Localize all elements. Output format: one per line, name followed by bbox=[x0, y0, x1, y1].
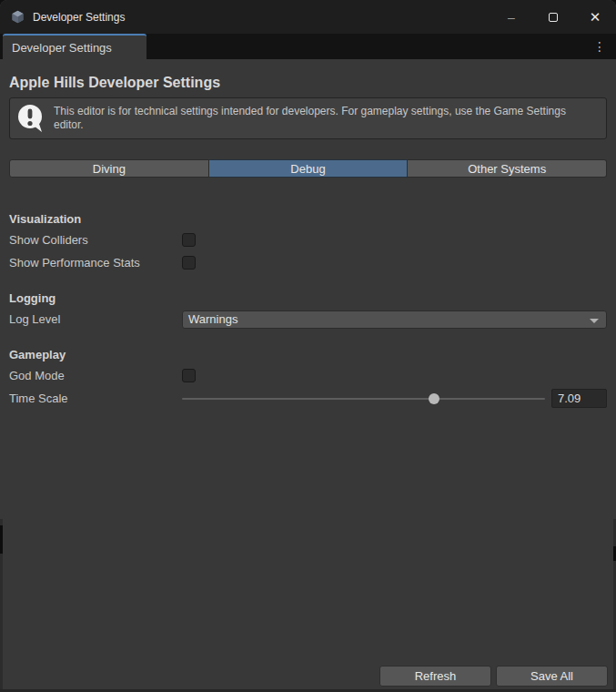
info-help-text: This editor is for technical settings in… bbox=[54, 105, 597, 132]
category-toolbar: Diving Debug Other Systems bbox=[9, 159, 607, 178]
save-all-button[interactable]: Save All bbox=[496, 666, 608, 687]
info-help-box: This editor is for technical settings in… bbox=[9, 97, 607, 139]
minimize-button[interactable]: – bbox=[490, 0, 532, 34]
window-controls: – ✕ bbox=[490, 0, 616, 34]
titlebar: Developer Settings – ✕ bbox=[0, 0, 616, 34]
row-show-performance-stats: Show Performance Stats bbox=[9, 251, 607, 274]
footer-actions: Refresh Save All bbox=[379, 666, 608, 687]
show-performance-stats-checkbox[interactable] bbox=[182, 256, 196, 270]
maximize-button[interactable] bbox=[532, 0, 574, 34]
tab-other-systems[interactable]: Other Systems bbox=[408, 159, 607, 178]
settings-content: Apple Hills Developer Settings This edit… bbox=[0, 59, 616, 692]
god-mode-label: God Mode bbox=[9, 369, 182, 382]
maximize-icon bbox=[549, 13, 558, 22]
time-scale-label: Time Scale bbox=[9, 392, 182, 405]
time-scale-value-field[interactable]: 7.09 bbox=[551, 389, 607, 408]
window-title: Developer Settings bbox=[33, 11, 490, 24]
log-level-value: Warnings bbox=[188, 312, 237, 326]
dock-separator bbox=[0, 525, 3, 554]
row-show-colliders: Show Colliders bbox=[9, 229, 607, 251]
refresh-button[interactable]: Refresh bbox=[379, 666, 491, 687]
row-log-level: Log Level Warnings bbox=[9, 308, 607, 331]
window-left-edge bbox=[0, 519, 3, 689]
log-level-dropdown[interactable]: Warnings bbox=[182, 310, 607, 329]
slider-track[interactable] bbox=[182, 398, 545, 400]
unity-app-icon bbox=[10, 9, 25, 25]
section-title-logging: Logging bbox=[9, 289, 607, 308]
editor-tab-strip: Developer Settings ⋮ bbox=[0, 34, 616, 59]
section-title-visualization: Visualization bbox=[9, 209, 607, 229]
show-colliders-checkbox[interactable] bbox=[182, 233, 196, 247]
tab-developer-settings[interactable]: Developer Settings bbox=[3, 34, 146, 59]
show-performance-stats-label: Show Performance Stats bbox=[9, 256, 182, 270]
close-button[interactable]: ✕ bbox=[574, 0, 616, 34]
time-scale-slider[interactable] bbox=[182, 392, 545, 405]
section-title-gameplay: Gameplay bbox=[9, 345, 607, 364]
exclamation-bubble-icon bbox=[16, 104, 45, 133]
row-god-mode: God Mode bbox=[9, 364, 607, 387]
tab-debug[interactable]: Debug bbox=[209, 159, 409, 178]
row-time-scale: Time Scale 7.09 bbox=[9, 387, 607, 410]
tab-diving[interactable]: Diving bbox=[9, 159, 209, 178]
developer-settings-window: Developer Settings – ✕ Developer Setting… bbox=[0, 0, 616, 692]
god-mode-checkbox[interactable] bbox=[182, 369, 196, 382]
log-level-label: Log Level bbox=[9, 312, 182, 326]
time-scale-thumb[interactable] bbox=[429, 393, 439, 404]
page-title: Apple Hills Developer Settings bbox=[9, 59, 607, 91]
show-colliders-label: Show Colliders bbox=[9, 233, 182, 247]
kebab-menu-icon[interactable]: ⋮ bbox=[589, 36, 611, 56]
chevron-down-icon bbox=[590, 319, 599, 323]
